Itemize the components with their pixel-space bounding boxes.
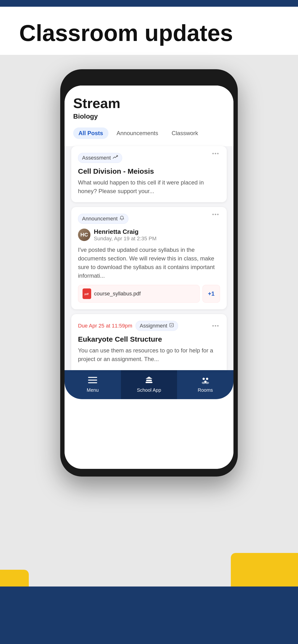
assignment-badge: Assignment [135,321,178,331]
assignment-badge-icon [169,323,174,329]
announcement-badge-icon [119,216,124,222]
author-date: Sunday, Apr 19 at 2:35 PM [94,236,157,242]
stream-header: Stream Biology All Posts Announcements C… [65,86,233,139]
assessment-badge-label: Assessment [82,155,111,161]
assessment-more-button[interactable] [211,153,220,154]
svg-rect-7 [146,380,152,381]
assignment-card: Due Apr 25 at 11:59pm Assignment [71,314,227,370]
bg-decoration-blue [0,586,298,644]
svg-rect-5 [88,382,97,383]
assessment-card-title: Cell Division - Meiosis [78,167,220,176]
tab-announcements[interactable]: Announcements [111,128,163,139]
assignment-more-button[interactable] [211,325,220,326]
attachments-row: pdf course_syllabus.pdf +1 [78,285,220,302]
assessment-card-header: Assessment [78,153,220,163]
announcement-card-header: Announcement [78,214,220,224]
stream-subtitle: Biology [73,112,225,120]
phone-frame: Stream Biology All Posts Announcements C… [60,69,238,476]
avatar-image: HC [78,228,90,241]
svg-rect-4 [88,380,97,380]
announcement-badge-label: Announcement [82,216,117,222]
page-title: Classroom updates [19,21,279,45]
assessment-badge: Assessment [78,153,122,163]
author-name: Henrietta Craig [94,228,157,236]
page-header: Classroom updates [0,7,298,55]
author-row: HC Henrietta Craig Sunday, Apr 19 at 2:3… [78,228,220,242]
phone-inner: Stream Biology All Posts Announcements C… [65,86,233,469]
tab-all-posts[interactable]: All Posts [73,128,108,139]
assessment-card-body: What would happen to this cell if it wer… [78,178,220,196]
rooms-icon [201,376,210,386]
tabs-row: All Posts Announcements Classwork [73,128,225,139]
school-app-icon [144,376,154,386]
assessment-card: Assessment [71,146,227,202]
phone-area: Stream Biology All Posts Announcements C… [0,55,298,644]
top-stripe [0,0,298,7]
assessment-badge-icon [113,155,118,160]
phone-notch-bar [65,74,233,86]
svg-point-9 [203,378,205,380]
assignment-meta-row: Due Apr 25 at 11:59pm Assignment [78,321,220,331]
assignment-card-title: Eukaryote Cell Structure [78,335,220,343]
card-area: Assessment [65,146,233,370]
svg-point-13 [205,382,209,384]
announcement-more-button[interactable] [211,214,220,215]
pdf-icon: pdf [83,288,91,299]
svg-text:pdf: pdf [84,292,89,296]
nav-item-menu[interactable]: Menu [65,370,121,399]
stream-title: Stream [73,95,225,111]
svg-point-10 [206,378,208,380]
attachment-more-button[interactable]: +1 [203,285,220,302]
announcement-card: Announcement [71,207,227,309]
svg-rect-6 [146,382,153,383]
phone-notch [125,74,173,82]
announcement-card-body: I've posted the updated course syllabus … [78,246,220,280]
author-info: Henrietta Craig Sunday, Apr 19 at 2:35 P… [94,228,157,242]
nav-menu-label: Menu [87,388,99,393]
attachment-pdf[interactable]: pdf course_syllabus.pdf [78,285,200,302]
bottom-nav: Menu School App [65,370,233,399]
menu-icon [88,376,97,386]
nav-school-app-label: School App [137,388,161,393]
tab-classwork[interactable]: Classwork [166,128,203,139]
assignment-badge-label: Assignment [140,323,167,329]
avatar: HC [78,228,90,241]
attachment-filename: course_syllabus.pdf [94,290,140,297]
nav-item-rooms[interactable]: Rooms [177,370,233,399]
phone-screen: Stream Biology All Posts Announcements C… [65,86,233,469]
assignment-card-body: You can use them as resources to go to f… [78,346,220,370]
svg-marker-8 [146,376,153,379]
svg-rect-3 [88,377,97,378]
announcement-badge: Announcement [78,214,128,224]
nav-item-school-app[interactable]: School App [121,370,177,399]
svg-point-12 [202,382,206,384]
nav-rooms-label: Rooms [198,388,213,393]
due-label: Due Apr 25 at 11:59pm [78,323,132,329]
